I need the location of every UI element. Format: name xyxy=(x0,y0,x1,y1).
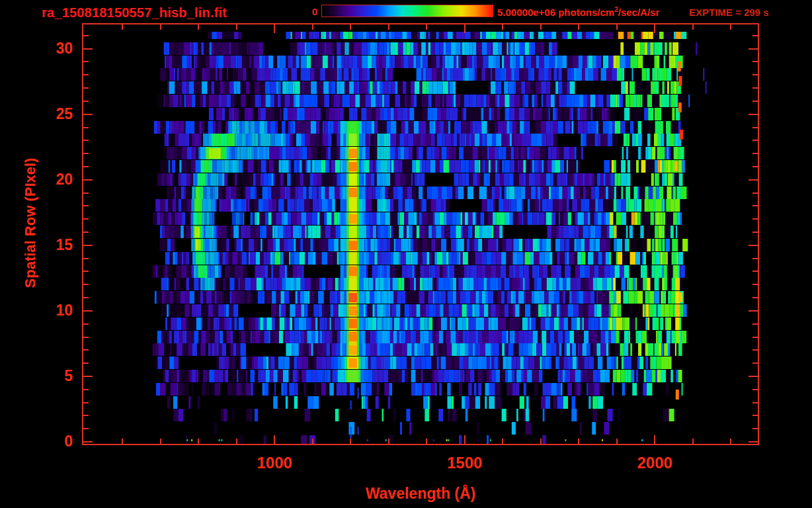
y-tick-label: 10 xyxy=(34,302,73,319)
y-axis-tick xyxy=(752,166,758,167)
x-axis-tick xyxy=(616,24,618,30)
y-axis-tick xyxy=(83,127,89,128)
spectrogram-viewer-window: ra_150818150557_hisb_lin.fit 0 5.00000e+… xyxy=(0,0,812,508)
x-axis-tick xyxy=(730,439,731,444)
x-axis-tick xyxy=(388,24,389,30)
y-axis-tick xyxy=(752,271,758,272)
x-axis-tick xyxy=(236,24,237,30)
x-axis-tick xyxy=(578,24,579,30)
y-axis-tick xyxy=(749,179,758,181)
x-axis-tick xyxy=(236,439,237,444)
y-axis-tick xyxy=(83,362,89,364)
y-axis-tick xyxy=(83,87,89,89)
colorbar-max-label: 5.00000e+06 photons/cm2/sec/A/sr xyxy=(497,6,659,18)
colorbar-max-prefix: 5.00000e+06 photons/cm xyxy=(497,7,614,18)
y-axis-tick xyxy=(752,362,758,364)
y-axis-tick xyxy=(752,349,758,351)
y-axis-tick xyxy=(83,153,89,154)
y-axis-tick xyxy=(83,337,89,338)
x-axis-tick xyxy=(578,439,579,444)
y-axis-tick xyxy=(83,179,93,181)
x-axis-tick xyxy=(160,24,161,30)
y-axis-tick xyxy=(749,441,758,443)
y-axis-tick xyxy=(83,258,89,259)
y-axis-tick xyxy=(83,389,89,390)
y-axis-tick xyxy=(83,218,89,220)
y-tick-label: 20 xyxy=(34,171,73,189)
y-axis-tick xyxy=(752,127,758,128)
x-axis-tick xyxy=(350,24,351,30)
x-axis-tick xyxy=(312,24,313,30)
plot-frame xyxy=(82,23,759,445)
x-axis-tick xyxy=(274,435,275,444)
y-axis-tick xyxy=(83,284,89,285)
y-axis-tick xyxy=(752,153,758,154)
y-axis-tick xyxy=(83,166,89,167)
y-tick-label: 15 xyxy=(34,236,73,254)
colorbar xyxy=(321,5,493,17)
y-axis-tick xyxy=(752,74,758,75)
y-tick-label: 0 xyxy=(34,433,73,450)
exptime-label: EXPTIME = 299 s xyxy=(689,7,768,18)
y-axis-tick xyxy=(752,337,758,338)
x-axis-tick xyxy=(122,24,123,30)
y-axis-tick xyxy=(752,232,758,233)
y-axis-tick xyxy=(749,114,758,115)
x-axis-tick xyxy=(654,435,655,444)
x-axis-tick xyxy=(654,24,655,33)
y-axis-tick xyxy=(83,428,89,429)
y-axis-tick xyxy=(83,192,89,194)
y-axis-tick xyxy=(83,35,89,36)
y-axis-tick xyxy=(752,415,758,416)
y-axis-tick xyxy=(752,284,758,285)
y-axis-tick xyxy=(752,35,758,36)
x-axis-tick xyxy=(350,439,351,444)
y-axis-tick xyxy=(749,48,758,50)
y-axis-tick xyxy=(83,376,93,377)
y-tick-label: 30 xyxy=(34,40,73,58)
y-axis-tick xyxy=(752,258,758,259)
x-axis-tick xyxy=(426,439,427,444)
y-axis-tick xyxy=(749,310,758,312)
y-axis-tick xyxy=(83,140,89,141)
y-axis-tick xyxy=(752,192,758,194)
x-axis-tick xyxy=(692,439,694,444)
y-axis-tick xyxy=(83,297,89,298)
x-axis-tick xyxy=(464,435,466,444)
y-axis-tick xyxy=(752,323,758,325)
y-axis-tick xyxy=(83,271,89,272)
x-axis-tick xyxy=(160,439,161,444)
y-axis-tick xyxy=(752,402,758,403)
y-axis-tick xyxy=(83,101,89,102)
x-axis-tick xyxy=(122,439,123,444)
colorbar-max-suffix: /sec/A/sr xyxy=(618,7,660,18)
y-axis-tick xyxy=(752,428,758,429)
x-axis-tick xyxy=(616,439,618,444)
x-axis-tick xyxy=(692,24,694,30)
y-axis-title: Spatial Row (PIxel) xyxy=(22,158,39,288)
y-axis-tick xyxy=(83,402,89,403)
x-axis-tick xyxy=(198,439,199,444)
y-axis-tick xyxy=(83,245,93,246)
y-axis-tick xyxy=(752,61,758,62)
y-tick-label: 5 xyxy=(34,367,73,385)
y-axis-tick xyxy=(752,297,758,298)
filename-title: ra_150818150557_hisb_lin.fit xyxy=(42,5,227,21)
y-axis-tick xyxy=(749,376,758,377)
x-axis-tick xyxy=(730,24,731,30)
y-axis-tick xyxy=(752,218,758,220)
x-axis-tick xyxy=(502,24,503,30)
x-axis-tick xyxy=(464,24,466,33)
x-axis-tick xyxy=(540,439,542,444)
y-axis-tick xyxy=(83,441,93,443)
y-axis-tick xyxy=(83,48,93,50)
colorbar-gradient xyxy=(322,5,493,17)
y-axis-tick xyxy=(83,310,93,312)
y-axis-tick xyxy=(752,205,758,206)
y-axis-tick xyxy=(83,349,89,351)
y-axis-tick xyxy=(83,114,93,115)
x-axis-tick xyxy=(426,24,427,30)
x-axis-tick xyxy=(502,439,503,444)
x-axis-tick xyxy=(198,24,199,30)
y-axis-tick xyxy=(83,74,89,75)
